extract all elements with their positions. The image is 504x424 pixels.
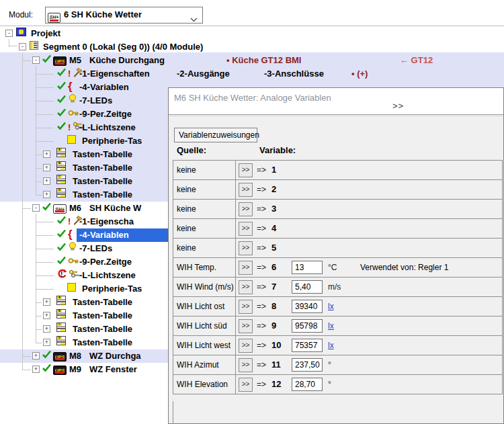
assign-source-button[interactable]: >>	[239, 222, 253, 236]
assign-source-button[interactable]: >>	[239, 378, 253, 392]
tree-item-icons: {	[56, 81, 74, 94]
assign-source-button[interactable]: >>	[239, 163, 253, 177]
tree-item-label: • (+)	[351, 67, 368, 81]
table-a-icon: A	[56, 148, 66, 161]
value-input-9[interactable]	[292, 319, 323, 333]
tree-item-icons: D	[56, 336, 67, 349]
assign-source-button[interactable]: >>	[239, 319, 253, 333]
modul-combobox[interactable]: SH+ 6 SH Küche Wetter	[45, 7, 203, 24]
table-b-icon: B	[56, 309, 66, 323]
maps-to-arrow: =>	[257, 239, 266, 257]
value-input-12[interactable]	[292, 378, 323, 391]
svg-text:A: A	[58, 296, 60, 299]
keys-icon	[69, 269, 80, 282]
maps-to-arrow: =>	[257, 278, 266, 296]
tree-item-segment-0[interactable]: -Segment 0 (Lokal (Seg 0)) (4/0 Module)	[0, 40, 504, 54]
expand-icon[interactable]: +	[43, 151, 50, 158]
collapse-icon[interactable]: -	[5, 30, 13, 37]
svg-text:C: C	[58, 175, 60, 178]
assign-source-button[interactable]: >>	[239, 280, 253, 294]
maps-to-arrow: =>	[257, 316, 266, 335]
check-icon	[42, 54, 52, 68]
expand-icon[interactable]: +	[43, 191, 50, 198]
tree-item-icons: !	[56, 269, 81, 282]
tree-item-label: WZ Fenster	[89, 363, 137, 376]
expand-icon[interactable]: +	[43, 312, 50, 319]
expand-icon[interactable]: +	[43, 339, 50, 346]
assign-source-button[interactable]: >>	[239, 241, 253, 255]
assign-source-button[interactable]: >>	[239, 261, 253, 275]
panel-divider	[169, 116, 503, 116]
tree-item-label: M6	[69, 202, 81, 215]
variable-row-1: keine>>=>1	[173, 160, 503, 180]
collapse-icon[interactable]: -	[19, 43, 26, 50]
tree-item-projekt[interactable]: -Projekt	[0, 27, 504, 40]
assign-source-button[interactable]: >>	[239, 358, 253, 372]
tree-item-label: -4-Variablen	[79, 228, 129, 242]
tab-variablenzuweisungen[interactable]: Variablenzuweisungen	[174, 128, 257, 142]
tree-item-icons	[56, 108, 80, 121]
tree-item-label: -1-Eigenschaften	[79, 67, 150, 81]
value-input-11[interactable]	[292, 358, 323, 372]
tree-item-m5-eigenschaften[interactable]: !-1-Eigenschaften-2-Ausgänge-3-Anschlüss…	[0, 67, 504, 81]
collapse-icon[interactable]: -	[32, 56, 40, 64]
exclamation-icon: !	[68, 215, 71, 228]
variable-number: 11	[271, 355, 281, 374]
unit-label: °	[328, 375, 331, 394]
source-cell: WIH Licht west	[173, 336, 236, 355]
tree-item-label: Tasten-Tabelle	[73, 161, 132, 175]
expand-icon[interactable]: +	[43, 177, 50, 185]
brace-icon: {	[68, 228, 73, 242]
source-cell: WIH Wind (m/s)	[173, 278, 236, 296]
tree-item-icons: B	[56, 161, 67, 175]
bulb-icon	[68, 241, 77, 256]
svg-text:D: D	[58, 336, 60, 339]
assign-source-button[interactable]: >>	[239, 300, 253, 314]
check-icon	[56, 67, 67, 81]
value-input-10[interactable]	[292, 339, 323, 352]
check-icon	[56, 228, 67, 243]
variable-row-3: keine>>=>3	[173, 199, 503, 219]
variable-assignment-table: keine>>=>1keine>>=>2keine>>=>3keine>>=>4…	[173, 160, 503, 394]
assign-source-button[interactable]: >>	[239, 202, 253, 216]
tree-item-module-m5[interactable]: -UPSM5Küche Durchgang• Küche GT12 BMI← G…	[0, 54, 504, 67]
tree-item-label: Segment 0 (Lokal (Seg 0)) (4/0 Module)	[43, 40, 203, 54]
source-cell: keine	[173, 219, 236, 238]
unit-link[interactable]: lx	[328, 316, 334, 335]
variable-row-6: WIH Temp.>>=>6°CVerwendet von: Regler 1	[173, 257, 503, 278]
svg-text:!: !	[60, 270, 62, 278]
value-input-7[interactable]	[292, 280, 323, 294]
tree-item-label: -L-Lichtszene	[79, 121, 136, 134]
modul-combobox-value: 6 SH Küche Wetter	[64, 9, 142, 19]
assign-source-button[interactable]: >>	[239, 183, 253, 197]
tree-item-label: SH Küche W	[89, 202, 141, 215]
expand-icon[interactable]: +	[43, 298, 50, 306]
panel-title: M6 SH Küche Wetter: Analoge Variablen	[174, 93, 331, 103]
variable-row-12: WIH Elevation>>=>12°	[173, 374, 503, 394]
variable-number: 10	[271, 336, 281, 355]
expand-icon[interactable]: +	[43, 325, 50, 333]
check-icon	[56, 121, 67, 135]
variable-number: 5	[271, 239, 276, 257]
unit-link[interactable]: lx	[328, 297, 334, 316]
value-input-8[interactable]	[292, 300, 323, 313]
panel-expand-button[interactable]: >>	[392, 101, 404, 111]
expand-icon[interactable]: +	[32, 366, 40, 373]
maps-to-arrow: =>	[257, 336, 266, 355]
unit-link[interactable]: lx	[328, 336, 334, 355]
tree-item-icons: A	[56, 148, 67, 161]
expand-icon[interactable]: +	[43, 164, 50, 171]
value-input-6[interactable]	[292, 261, 323, 274]
source-cell: keine	[173, 239, 236, 257]
source-column-header: Quelle:	[177, 145, 206, 155]
table-b-icon: B	[56, 161, 66, 175]
tree-item-icons: SH+	[42, 202, 68, 215]
expand-icon[interactable]: +	[32, 352, 40, 359]
tree-item-label: Tasten-Tabelle	[73, 296, 132, 309]
collapse-icon[interactable]: -	[32, 204, 40, 212]
assign-source-button[interactable]: >>	[239, 339, 253, 353]
variable-row-7: WIH Wind (m/s)>>=>7m/s	[173, 277, 503, 297]
panel-titlebar: M6 SH Küche Wetter: Analoge Variablen	[169, 88, 503, 115]
tree-item-label: M5	[69, 54, 81, 67]
chevron-down-icon[interactable]	[190, 13, 198, 25]
